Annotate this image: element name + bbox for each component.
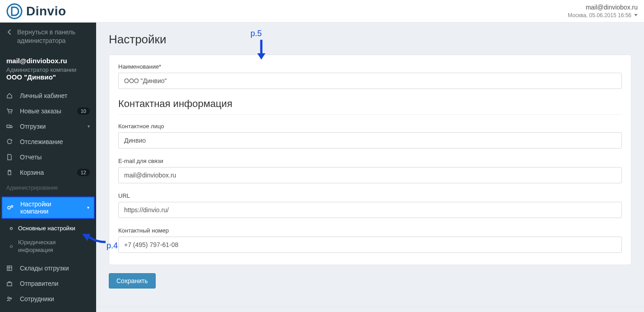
svg-point-2 [11, 113, 12, 114]
sidebar-item-tracking[interactable]: Отслеживание [0, 134, 96, 149]
cart-icon [6, 108, 14, 114]
footer: © 2015 DinVIO. [96, 307, 644, 312]
sidebar-subnav: Основные настройки Юридическая информаци… [0, 220, 96, 261]
field-url: URL [118, 192, 622, 218]
grid-icon [6, 265, 14, 271]
phone-input[interactable] [118, 237, 622, 253]
home-icon [6, 93, 14, 99]
svg-point-5 [10, 127, 11, 128]
sidebar-item-label: Отчеты [20, 154, 90, 161]
sidebar-item-label: Отправители [20, 280, 90, 287]
sidebar-user-company: ООО "Динвио" [6, 73, 90, 81]
contact-section-title: Контактная информация [118, 98, 622, 115]
svg-point-10 [8, 297, 9, 299]
sidebar-item-label: Корзина [20, 169, 71, 176]
svg-point-11 [10, 298, 12, 299]
svg-point-7 [11, 205, 13, 207]
bullet-icon [10, 245, 13, 248]
gears-icon [7, 205, 14, 211]
svg-rect-9 [7, 283, 12, 286]
subnav-item-label: Юридическая информация [18, 239, 90, 254]
svg-point-0 [7, 4, 22, 19]
svg-rect-8 [7, 266, 12, 270]
sidebar-item-warehouses[interactable]: Склады отгрузки [0, 261, 96, 276]
save-button[interactable]: Сохранить [109, 273, 156, 289]
subnav-item-main-settings[interactable]: Основные настройки [0, 222, 96, 236]
chevron-down-icon: ▾ [88, 124, 90, 129]
sidebar-section-header: Администрирование [0, 180, 96, 196]
field-label: E-mail для связи [118, 158, 622, 164]
field-contact-person: Контактное лицо [118, 123, 622, 149]
sidebar-item-label: Отгрузки [20, 123, 81, 130]
svg-point-4 [8, 127, 9, 128]
sidebar-item-label: Склады отгрузки [20, 265, 90, 272]
field-label: Наименование* [118, 63, 622, 70]
sidebar-item-shipments[interactable]: Отгрузки ▾ [0, 119, 96, 134]
back-link-label: Вернуться в панель администратора [17, 28, 90, 45]
svg-rect-3 [7, 125, 10, 127]
sidebar-user-email: mail@dinviobox.ru [6, 57, 90, 65]
sidebar-item-senders[interactable]: Отправители [0, 276, 96, 291]
logo-icon [6, 3, 23, 19]
sidebar-item-label: Отслеживание [20, 138, 90, 145]
company-name-input[interactable] [118, 73, 622, 89]
file-icon [6, 154, 14, 160]
svg-point-6 [8, 206, 10, 209]
subnav-item-label: Основные настройки [18, 225, 75, 233]
logo-text: Dinvio [26, 4, 66, 19]
users-icon [6, 296, 14, 302]
field-label: URL [118, 192, 622, 199]
main-content: Настройки Наименование* Контактная инфор… [96, 23, 644, 312]
sidebar-item-new-orders[interactable]: Новые заказы 10 [0, 103, 96, 119]
sidebar: Вернуться в панель администратора mail@d… [0, 23, 96, 312]
sidebar-item-label: Сотрудники [20, 295, 90, 303]
field-contact-email: E-mail для связи [118, 158, 622, 183]
refresh-icon [6, 139, 14, 145]
field-phone: Контактный номер [118, 227, 622, 253]
header-email: mail@dinviobox.ru [568, 4, 638, 11]
sidebar-badge: 10 [77, 107, 90, 115]
contact-person-input[interactable] [118, 132, 622, 149]
back-to-admin-link[interactable]: Вернуться в панель администратора [0, 23, 96, 51]
settings-panel: Наименование* Контактная информация Конт… [109, 55, 631, 265]
sidebar-item-reports[interactable]: Отчеты [0, 149, 96, 165]
sidebar-badge: 12 [77, 169, 90, 176]
arrow-left-icon [6, 29, 13, 35]
svg-point-1 [9, 113, 9, 114]
sidebar-user-role: Администратор компании [6, 66, 90, 73]
field-name: Наименование* [118, 63, 622, 89]
trash-icon [6, 169, 14, 176]
field-label: Контактное лицо [118, 123, 622, 130]
sidebar-item-trash[interactable]: Корзина 12 [0, 165, 96, 180]
truck-icon [6, 123, 14, 130]
logo[interactable]: Dinvio [6, 3, 66, 19]
caret-down-icon [634, 14, 638, 16]
briefcase-icon [6, 280, 14, 287]
subnav-item-legal-info[interactable]: Юридическая информация [0, 236, 96, 257]
bullet-icon [10, 227, 13, 230]
sidebar-item-label: Новые заказы [20, 107, 71, 115]
field-label: Контактный номер [118, 227, 622, 234]
topbar: Dinvio mail@dinviobox.ru Москва, 05.06.2… [0, 0, 644, 23]
header-date: Москва, 05.06.2015 16:56 [568, 12, 638, 19]
chevron-down-icon: ▾ [87, 205, 89, 210]
sidebar-item-company-settings[interactable]: Настройки компании ▾ [1, 196, 95, 219]
sidebar-user-block: mail@dinviobox.ru Администратор компании… [0, 51, 96, 88]
contact-email-input[interactable] [118, 167, 622, 183]
header-user[interactable]: mail@dinviobox.ru Москва, 05.06.2015 16:… [568, 4, 638, 19]
sidebar-item-staff[interactable]: Сотрудники [0, 291, 96, 307]
page-title: Настройки [109, 33, 631, 47]
sidebar-item-label: Настройки компании [20, 200, 81, 215]
sidebar-item-dashboard[interactable]: Личный кабинет [0, 88, 96, 103]
sidebar-item-label: Личный кабинет [20, 92, 90, 99]
url-input[interactable] [118, 202, 622, 218]
